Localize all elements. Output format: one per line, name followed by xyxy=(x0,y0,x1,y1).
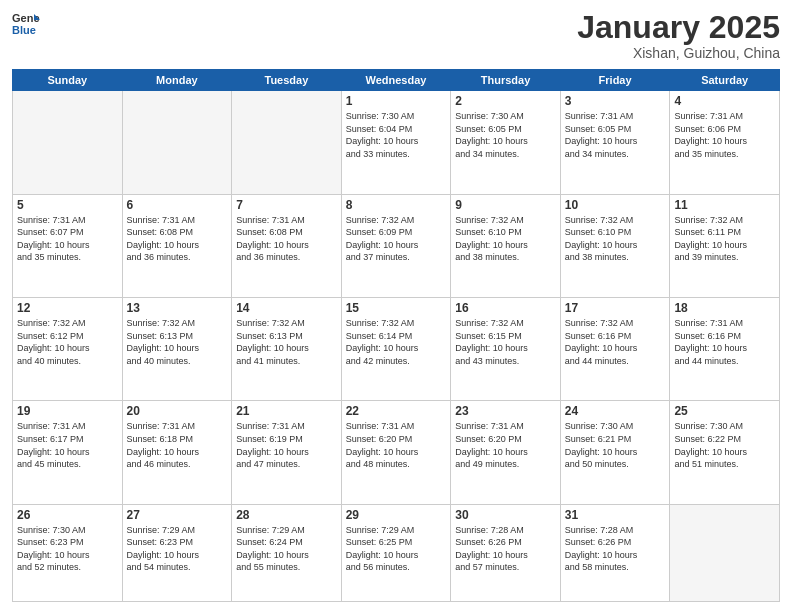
day-number: 19 xyxy=(17,404,118,418)
day-info: Sunrise: 7:32 AM Sunset: 6:09 PM Dayligh… xyxy=(346,214,447,264)
day-info: Sunrise: 7:32 AM Sunset: 6:16 PM Dayligh… xyxy=(565,317,666,367)
day-info: Sunrise: 7:30 AM Sunset: 6:22 PM Dayligh… xyxy=(674,420,775,470)
day-info: Sunrise: 7:31 AM Sunset: 6:19 PM Dayligh… xyxy=(236,420,337,470)
day-info: Sunrise: 7:32 AM Sunset: 6:11 PM Dayligh… xyxy=(674,214,775,264)
day-number: 8 xyxy=(346,198,447,212)
day-number: 29 xyxy=(346,508,447,522)
table-row: 12Sunrise: 7:32 AM Sunset: 6:12 PM Dayli… xyxy=(13,297,123,400)
day-info: Sunrise: 7:32 AM Sunset: 6:13 PM Dayligh… xyxy=(127,317,228,367)
location-title: Xishan, Guizhou, China xyxy=(577,45,780,61)
table-row: 15Sunrise: 7:32 AM Sunset: 6:14 PM Dayli… xyxy=(341,297,451,400)
day-number: 23 xyxy=(455,404,556,418)
day-info: Sunrise: 7:32 AM Sunset: 6:12 PM Dayligh… xyxy=(17,317,118,367)
header-wednesday: Wednesday xyxy=(341,70,451,91)
day-number: 3 xyxy=(565,94,666,108)
table-row: 20Sunrise: 7:31 AM Sunset: 6:18 PM Dayli… xyxy=(122,401,232,504)
day-number: 16 xyxy=(455,301,556,315)
day-info: Sunrise: 7:31 AM Sunset: 6:05 PM Dayligh… xyxy=(565,110,666,160)
calendar-page: General Blue January 2025 Xishan, Guizho… xyxy=(0,0,792,612)
table-row: 19Sunrise: 7:31 AM Sunset: 6:17 PM Dayli… xyxy=(13,401,123,504)
day-number: 21 xyxy=(236,404,337,418)
header-tuesday: Tuesday xyxy=(232,70,342,91)
logo-icon: General Blue xyxy=(12,10,40,38)
day-number: 11 xyxy=(674,198,775,212)
day-info: Sunrise: 7:30 AM Sunset: 6:21 PM Dayligh… xyxy=(565,420,666,470)
table-row: 10Sunrise: 7:32 AM Sunset: 6:10 PM Dayli… xyxy=(560,194,670,297)
table-row: 13Sunrise: 7:32 AM Sunset: 6:13 PM Dayli… xyxy=(122,297,232,400)
day-number: 1 xyxy=(346,94,447,108)
day-number: 13 xyxy=(127,301,228,315)
day-info: Sunrise: 7:31 AM Sunset: 6:08 PM Dayligh… xyxy=(127,214,228,264)
day-number: 10 xyxy=(565,198,666,212)
day-info: Sunrise: 7:29 AM Sunset: 6:24 PM Dayligh… xyxy=(236,524,337,574)
table-row: 8Sunrise: 7:32 AM Sunset: 6:09 PM Daylig… xyxy=(341,194,451,297)
logo: General Blue xyxy=(12,10,40,38)
day-info: Sunrise: 7:32 AM Sunset: 6:10 PM Dayligh… xyxy=(455,214,556,264)
day-number: 4 xyxy=(674,94,775,108)
header-thursday: Thursday xyxy=(451,70,561,91)
table-row: 18Sunrise: 7:31 AM Sunset: 6:16 PM Dayli… xyxy=(670,297,780,400)
table-row: 31Sunrise: 7:28 AM Sunset: 6:26 PM Dayli… xyxy=(560,504,670,601)
table-row: 30Sunrise: 7:28 AM Sunset: 6:26 PM Dayli… xyxy=(451,504,561,601)
day-info: Sunrise: 7:29 AM Sunset: 6:23 PM Dayligh… xyxy=(127,524,228,574)
header-saturday: Saturday xyxy=(670,70,780,91)
header-friday: Friday xyxy=(560,70,670,91)
table-row: 7Sunrise: 7:31 AM Sunset: 6:08 PM Daylig… xyxy=(232,194,342,297)
table-row: 22Sunrise: 7:31 AM Sunset: 6:20 PM Dayli… xyxy=(341,401,451,504)
day-info: Sunrise: 7:28 AM Sunset: 6:26 PM Dayligh… xyxy=(565,524,666,574)
table-row: 2Sunrise: 7:30 AM Sunset: 6:05 PM Daylig… xyxy=(451,91,561,194)
day-info: Sunrise: 7:32 AM Sunset: 6:10 PM Dayligh… xyxy=(565,214,666,264)
table-row: 25Sunrise: 7:30 AM Sunset: 6:22 PM Dayli… xyxy=(670,401,780,504)
table-row: 6Sunrise: 7:31 AM Sunset: 6:08 PM Daylig… xyxy=(122,194,232,297)
month-title: January 2025 xyxy=(577,10,780,45)
calendar-table: Sunday Monday Tuesday Wednesday Thursday… xyxy=(12,69,780,602)
day-info: Sunrise: 7:31 AM Sunset: 6:07 PM Dayligh… xyxy=(17,214,118,264)
day-number: 7 xyxy=(236,198,337,212)
header: General Blue January 2025 Xishan, Guizho… xyxy=(12,10,780,61)
table-row: 24Sunrise: 7:30 AM Sunset: 6:21 PM Dayli… xyxy=(560,401,670,504)
day-number: 24 xyxy=(565,404,666,418)
day-number: 28 xyxy=(236,508,337,522)
day-info: Sunrise: 7:32 AM Sunset: 6:14 PM Dayligh… xyxy=(346,317,447,367)
table-row: 1Sunrise: 7:30 AM Sunset: 6:04 PM Daylig… xyxy=(341,91,451,194)
table-row: 14Sunrise: 7:32 AM Sunset: 6:13 PM Dayli… xyxy=(232,297,342,400)
table-row xyxy=(13,91,123,194)
table-row: 27Sunrise: 7:29 AM Sunset: 6:23 PM Dayli… xyxy=(122,504,232,601)
day-number: 17 xyxy=(565,301,666,315)
table-row: 4Sunrise: 7:31 AM Sunset: 6:06 PM Daylig… xyxy=(670,91,780,194)
day-number: 5 xyxy=(17,198,118,212)
day-number: 31 xyxy=(565,508,666,522)
day-info: Sunrise: 7:31 AM Sunset: 6:16 PM Dayligh… xyxy=(674,317,775,367)
day-number: 27 xyxy=(127,508,228,522)
day-info: Sunrise: 7:31 AM Sunset: 6:18 PM Dayligh… xyxy=(127,420,228,470)
table-row: 23Sunrise: 7:31 AM Sunset: 6:20 PM Dayli… xyxy=(451,401,561,504)
day-info: Sunrise: 7:31 AM Sunset: 6:17 PM Dayligh… xyxy=(17,420,118,470)
days-header-row: Sunday Monday Tuesday Wednesday Thursday… xyxy=(13,70,780,91)
table-row: 11Sunrise: 7:32 AM Sunset: 6:11 PM Dayli… xyxy=(670,194,780,297)
day-number: 6 xyxy=(127,198,228,212)
day-info: Sunrise: 7:32 AM Sunset: 6:15 PM Dayligh… xyxy=(455,317,556,367)
table-row: 28Sunrise: 7:29 AM Sunset: 6:24 PM Dayli… xyxy=(232,504,342,601)
day-info: Sunrise: 7:31 AM Sunset: 6:20 PM Dayligh… xyxy=(455,420,556,470)
day-number: 20 xyxy=(127,404,228,418)
day-number: 15 xyxy=(346,301,447,315)
day-number: 9 xyxy=(455,198,556,212)
day-info: Sunrise: 7:30 AM Sunset: 6:23 PM Dayligh… xyxy=(17,524,118,574)
day-info: Sunrise: 7:29 AM Sunset: 6:25 PM Dayligh… xyxy=(346,524,447,574)
table-row: 21Sunrise: 7:31 AM Sunset: 6:19 PM Dayli… xyxy=(232,401,342,504)
table-row: 3Sunrise: 7:31 AM Sunset: 6:05 PM Daylig… xyxy=(560,91,670,194)
day-number: 12 xyxy=(17,301,118,315)
calendar-body: 1Sunrise: 7:30 AM Sunset: 6:04 PM Daylig… xyxy=(13,91,780,602)
table-row xyxy=(122,91,232,194)
day-info: Sunrise: 7:31 AM Sunset: 6:20 PM Dayligh… xyxy=(346,420,447,470)
table-row: 9Sunrise: 7:32 AM Sunset: 6:10 PM Daylig… xyxy=(451,194,561,297)
day-number: 2 xyxy=(455,94,556,108)
day-number: 26 xyxy=(17,508,118,522)
day-info: Sunrise: 7:28 AM Sunset: 6:26 PM Dayligh… xyxy=(455,524,556,574)
day-number: 30 xyxy=(455,508,556,522)
header-sunday: Sunday xyxy=(13,70,123,91)
table-row xyxy=(232,91,342,194)
day-info: Sunrise: 7:30 AM Sunset: 6:05 PM Dayligh… xyxy=(455,110,556,160)
svg-text:Blue: Blue xyxy=(12,24,36,36)
table-row xyxy=(670,504,780,601)
